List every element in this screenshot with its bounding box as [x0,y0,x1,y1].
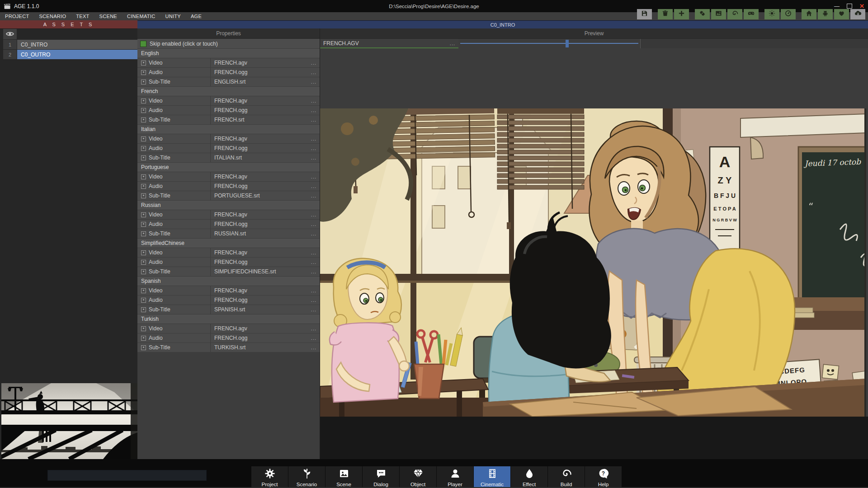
browse-button[interactable]: ... [311,115,316,124]
video-value[interactable]: FRENCH.agv [210,172,320,181]
video-value[interactable]: FRENCH.agv [210,248,320,257]
menu-text[interactable]: TEXT [71,14,94,19]
slider-track[interactable] [460,43,638,44]
gauge-button[interactable] [781,9,796,19]
browse-button[interactable]: ... [311,134,316,143]
video-value[interactable]: FRENCH.agv [210,324,320,333]
audio-label: Audio [137,106,210,115]
browse-button[interactable]: ... [311,248,316,257]
menu-project[interactable]: PROJECT [0,14,34,19]
browse-button[interactable]: ... [450,39,455,47]
minimize-button[interactable]: — [834,3,840,9]
tab-build[interactable]: Build [548,466,585,487]
tab-player[interactable]: Player [437,466,473,487]
tab-help[interactable]: ? Help [585,466,622,487]
game-button[interactable] [744,9,759,19]
browse-button[interactable]: ... [311,96,316,105]
audio-value[interactable]: FRENCH.ogg [210,333,320,343]
save-button[interactable] [637,9,652,19]
browse-button[interactable]: ... [311,68,316,77]
video-value[interactable]: FRENCH.agv [210,210,320,219]
tab-object[interactable]: Object [400,466,436,487]
browse-button[interactable]: ... [311,106,316,115]
skip-enabled-row[interactable]: Skip enabled (click or touch) [137,39,320,48]
favorite-button[interactable] [834,9,849,19]
tab-project[interactable]: Project [251,466,288,487]
subtitle-value[interactable]: SPANISH.srt [210,305,320,314]
audio-value[interactable]: FRENCH.ogg [210,106,320,115]
browse-button[interactable]: ... [311,182,316,191]
browse-button[interactable]: ... [311,333,316,343]
browse-button[interactable]: ... [311,324,316,333]
video-file-field[interactable]: FRENCH.AGV ... [320,39,458,48]
audio-value[interactable]: FRENCH.ogg [210,68,320,77]
subtitle-value[interactable]: RUSSIAN.srt [210,229,320,238]
subtitle-value[interactable]: PORTUGUESE.srt [210,191,320,200]
asset-row-name[interactable]: C0_INTRO [17,40,137,49]
browse-button[interactable]: ... [311,229,316,238]
image-button[interactable] [711,9,726,19]
browse-button[interactable]: ... [311,220,316,229]
tab-cinematic[interactable]: Cinematic [474,466,510,487]
add-button[interactable] [674,9,689,19]
audio-value[interactable]: FRENCH.ogg [210,182,320,191]
audio-value[interactable]: FRENCH.ogg [210,258,320,267]
visibility-column-header[interactable] [3,29,17,39]
audio-value[interactable]: FRENCH.ogg [210,144,320,153]
browse-button[interactable]: ... [311,258,316,267]
video-value[interactable]: FRENCH.agv [210,58,320,67]
light-button[interactable] [764,9,779,19]
browse-button[interactable]: ... [311,144,316,153]
menu-unity[interactable]: UNITY [160,14,186,19]
audio-value[interactable]: FRENCH.ogg [210,296,320,305]
browse-button[interactable]: ... [311,172,316,181]
spiral-button[interactable] [727,9,742,19]
video-value[interactable]: FRENCH.agv [210,134,320,143]
tab-scenario[interactable]: Scenario [288,466,325,487]
skip-enabled-checkbox[interactable] [140,41,146,47]
tab-effect[interactable]: Effect [511,466,547,487]
delete-button[interactable] [658,9,673,19]
browse-button[interactable]: ... [311,296,316,305]
maximize-button[interactable] [847,4,852,9]
tab-scene[interactable]: Scene [326,466,362,487]
footer-bar: Project Scenario Scene Dialog Object Pla… [0,459,868,488]
browse-button[interactable]: ... [311,343,316,352]
home-button[interactable] [802,9,816,19]
browse-button[interactable]: ... [311,77,316,86]
close-button[interactable]: ✕ [859,3,864,9]
asset-row-name[interactable]: C0_OUTRO [17,50,137,59]
audio-value[interactable]: FRENCH.ogg [210,220,320,229]
tab-dialog[interactable]: Dialog [363,466,399,487]
property-box-icon [141,155,146,160]
cloud-button[interactable] [850,9,865,19]
tab-label: Help [598,482,609,487]
subtitle-value[interactable]: SIMPLIFIEDCHINESE.srt [210,267,320,276]
menu-cinematic[interactable]: CINEMATIC [122,14,160,19]
asset-row-c0-outro[interactable]: 2 C0_OUTRO [0,50,137,59]
video-value[interactable]: FRENCH.agv [210,286,320,295]
browse-button[interactable]: ... [311,305,316,314]
item-button[interactable] [695,9,710,19]
browse-button[interactable]: ... [311,210,316,219]
browse-button[interactable]: ... [311,267,316,276]
menu-scene[interactable]: SCENE [94,14,122,19]
android-button[interactable] [818,9,833,19]
subtitle-value[interactable]: FRENCH.srt [210,115,320,124]
subtitle-row: Sub-TitleSIMPLIFIEDCHINESE.srt... [137,267,320,276]
menu-scenario[interactable]: SCENARIO [34,14,71,19]
asset-row-c0-intro[interactable]: 1 C0_INTRO [0,40,137,49]
playback-slider[interactable] [458,39,641,48]
browse-button[interactable]: ... [311,153,316,162]
subtitle-value[interactable]: ITALIAN.srt [210,153,320,162]
video-value[interactable]: FRENCH.agv [210,96,320,105]
subtitle-value[interactable]: TURKISH.srt [210,343,320,352]
slider-thumb[interactable] [566,40,569,47]
bottom-toolbar: Project Scenario Scene Dialog Object Pla… [251,466,622,487]
browse-button[interactable]: ... [311,191,316,200]
svg-text:“: “ [808,201,813,212]
menu-age[interactable]: AGE [186,14,207,19]
subtitle-value[interactable]: ENGLISH.srt [210,77,320,86]
browse-button[interactable]: ... [311,58,316,67]
browse-button[interactable]: ... [311,286,316,295]
